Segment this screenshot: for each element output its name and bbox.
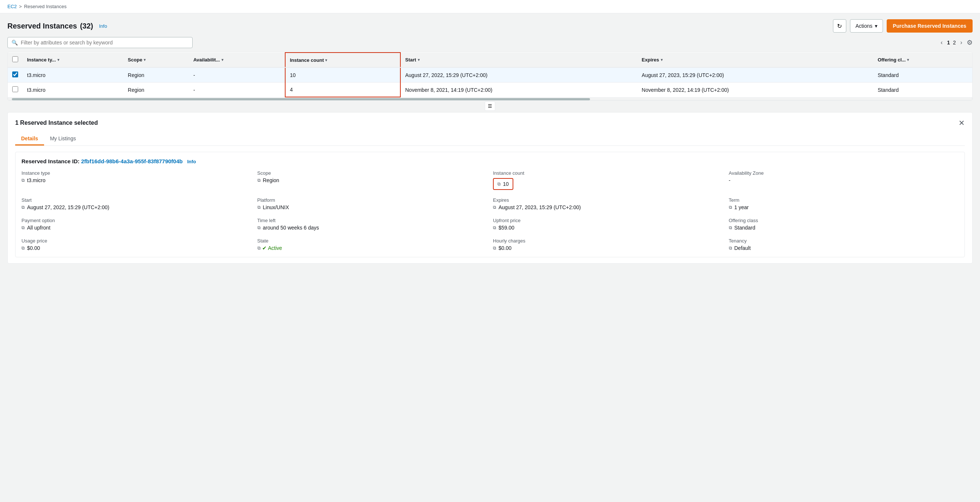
detail-label-scope: Scope (258, 170, 487, 176)
pagination-prev-button[interactable]: ‹ (939, 38, 944, 47)
search-input[interactable] (21, 40, 189, 46)
detail-value-upfront-price: $59.00 (498, 225, 514, 230)
search-box[interactable]: 🔍 (7, 37, 192, 48)
detail-field-hourly-charges: Hourly charges ⧉ $0.00 (493, 238, 723, 251)
col-sort-icon: ▾ (661, 58, 663, 62)
detail-value-usage-price: $0.00 (27, 245, 40, 251)
pagination-next-button[interactable]: › (959, 38, 964, 47)
table-row[interactable]: t3.micro Region - 4 November 8, 2021, 14… (8, 83, 972, 97)
row-1-offering-class: Standard (873, 67, 972, 83)
copy-icon-upfront-price[interactable]: ⧉ (493, 225, 496, 230)
copy-icon-term[interactable]: ⧉ (729, 205, 732, 210)
detail-field-time-left: Time left ⧉ around 50 weeks 6 days (258, 218, 487, 230)
copy-icon-state[interactable]: ⧉ (258, 245, 261, 251)
detail-label-upfront-price: Upfront price (493, 218, 723, 223)
copy-icon-offering-class[interactable]: ⧉ (729, 225, 732, 230)
detail-value-term: 1 year (735, 204, 749, 210)
select-all-checkbox[interactable] (12, 56, 18, 62)
col-instance-type[interactable]: Instance ty... ▾ (22, 52, 123, 67)
tab-details[interactable]: Details (15, 132, 44, 146)
row-1-expires: August 27, 2023, 15:29 (UTC+2:00) (637, 67, 873, 83)
row-1-instance-count: 10 (285, 67, 400, 83)
actions-chevron-icon: ▾ (875, 23, 877, 29)
row-1-availability: - (189, 67, 285, 83)
copy-icon-instance-count[interactable]: ⧉ (497, 181, 501, 187)
detail-field-scope: Scope ⧉ Region (258, 170, 487, 190)
col-offering-class[interactable]: Offering cl... ▾ (873, 52, 972, 67)
row-2-start: November 8, 2021, 14:19 (UTC+2:00) (400, 83, 637, 97)
collapse-panel-button[interactable]: ☰ (485, 102, 495, 111)
detail-field-upfront-price: Upfront price ⧉ $59.00 (493, 218, 723, 230)
detail-label-expires: Expires (493, 197, 723, 203)
detail-panel-title: 1 Reserved Instance selected (15, 119, 98, 126)
detail-field-start: Start ⧉ August 27, 2022, 15:29 (UTC+2:00… (21, 197, 251, 210)
detail-label-offering-class: Offering class (729, 218, 959, 223)
row-2-instance-type: t3.micro (22, 83, 123, 97)
row-1-checkbox[interactable] (12, 71, 18, 77)
actions-button[interactable]: Actions ▾ (850, 19, 883, 33)
purchase-reserved-instances-button[interactable]: Purchase Reserved Instances (887, 19, 973, 33)
col-scope[interactable]: Scope ▾ (123, 52, 189, 67)
header-info-link[interactable]: Info (99, 23, 107, 29)
col-sort-icon: ▾ (418, 58, 420, 62)
detail-value-availability-zone: - (729, 177, 731, 183)
copy-icon-hourly-charges[interactable]: ⧉ (493, 245, 496, 251)
copy-icon-scope[interactable]: ⧉ (258, 178, 261, 183)
detail-field-payment-option: Payment option ⧉ All upfront (21, 218, 251, 230)
detail-field-usage-price: Usage price ⧉ $0.00 (21, 238, 251, 251)
actions-label: Actions (856, 23, 873, 29)
detail-field-offering-class: Offering class ⧉ Standard (729, 218, 959, 230)
detail-value-platform: Linux/UNIX (263, 204, 289, 210)
copy-icon-expires[interactable]: ⧉ (493, 205, 496, 210)
row-2-instance-count: 4 (285, 83, 400, 97)
col-sort-icon: ▾ (57, 58, 59, 62)
detail-value-offering-class: Standard (735, 225, 756, 230)
detail-card-info-link[interactable]: Info (187, 159, 196, 164)
detail-value-state: Active (268, 245, 282, 251)
row-2-offering-class: Standard (873, 83, 972, 97)
copy-icon-tenancy[interactable]: ⧉ (729, 245, 732, 251)
copy-icon-instance-type[interactable]: ⧉ (21, 178, 25, 183)
detail-value-payment-option: All upfront (27, 225, 50, 230)
copy-icon-time-left[interactable]: ⧉ (258, 225, 261, 230)
copy-icon-start[interactable]: ⧉ (21, 205, 25, 210)
col-availability[interactable]: Availabilit... ▾ (189, 52, 285, 67)
row-1-instance-type: t3.micro (22, 67, 123, 83)
breadcrumb-ec2-link[interactable]: EC2 (7, 4, 17, 9)
detail-card-id-label: Reserved Instance ID: (21, 158, 80, 164)
detail-label-state: State (258, 238, 487, 244)
detail-field-state: State ⧉ ✔ Active (258, 238, 487, 251)
detail-label-instance-type: Instance type (21, 170, 251, 176)
detail-value-hourly-charges: $0.00 (498, 245, 511, 251)
pagination-settings-button[interactable]: ⚙ (967, 38, 973, 47)
pagination-page2[interactable]: 2 (953, 40, 956, 46)
col-start[interactable]: Start ▾ (400, 52, 637, 67)
detail-field-expires: Expires ⧉ August 27, 2023, 15:29 (UTC+2:… (493, 197, 723, 210)
table-row[interactable]: t3.micro Region - 10 August 27, 2022, 15… (8, 67, 972, 83)
detail-card: Reserved Instance ID: 2fbf16dd-98b6-4a3a… (15, 152, 965, 257)
detail-field-availability-zone: Availability Zone - (729, 170, 959, 190)
detail-label-tenancy: Tenancy (729, 238, 959, 244)
copy-icon-platform[interactable]: ⧉ (258, 205, 261, 210)
col-expires[interactable]: Expires ▾ (637, 52, 873, 67)
detail-value-time-left: around 50 weeks 6 days (263, 225, 319, 230)
tab-my-listings[interactable]: My Listings (44, 132, 82, 146)
detail-field-platform: Platform ⧉ Linux/UNIX (258, 197, 487, 210)
detail-value-instance-count: 10 (503, 181, 509, 187)
row-2-availability: - (189, 83, 285, 97)
col-instance-count[interactable]: Instance count ▾ (285, 52, 400, 67)
col-sort-icon: ▾ (907, 58, 909, 62)
pagination-page1[interactable]: 1 (947, 40, 950, 46)
detail-close-button[interactable]: ✕ (959, 119, 965, 127)
collapse-icon: ☰ (488, 103, 492, 109)
detail-label-instance-count: Instance count (493, 170, 723, 176)
breadcrumb-current: Reserved Instances (24, 4, 67, 9)
refresh-button[interactable]: ↻ (833, 19, 846, 33)
detail-value-scope: Region (263, 177, 279, 183)
copy-icon-usage-price[interactable]: ⧉ (21, 245, 25, 251)
detail-label-payment-option: Payment option (21, 218, 251, 223)
col-sort-icon: ▾ (325, 58, 327, 62)
copy-icon-payment-option[interactable]: ⧉ (21, 225, 25, 230)
row-1-scope: Region (123, 67, 189, 83)
row-2-checkbox[interactable] (12, 86, 18, 92)
